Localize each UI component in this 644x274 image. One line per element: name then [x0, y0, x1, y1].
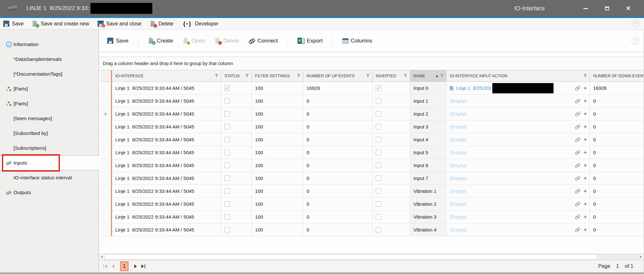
sidebar-item--documentationtags-[interactable]: [*DocumentationTags]	[0, 67, 99, 81]
column-header-io-interface[interactable]: IO-INTERFACE	[112, 70, 221, 81]
save-button[interactable]: Save	[107, 38, 128, 44]
filter-icon[interactable]	[440, 74, 444, 78]
inverted-checkbox[interactable]	[376, 227, 381, 232]
inverted-checkbox[interactable]	[376, 175, 381, 181]
filter-icon[interactable]	[583, 74, 587, 78]
link-action-icon[interactable]	[575, 228, 580, 232]
sidebar-item-information[interactable]: Information	[0, 37, 99, 52]
add-action-icon[interactable]	[583, 201, 587, 207]
previous-page-button[interactable]	[112, 264, 114, 268]
link-action-icon[interactable]	[575, 125, 580, 129]
column-header-inverted[interactable]: INVERTED	[373, 70, 410, 81]
add-action-icon[interactable]	[583, 111, 587, 117]
sidebar-item-outputs[interactable]: Outputs	[0, 185, 99, 200]
sidebar-item-io-interface-status-interval[interactable]: IO-interface status interval	[0, 170, 99, 185]
scrollbar-thumb[interactable]	[105, 254, 597, 260]
horizontal-scrollbar[interactable]	[99, 254, 644, 260]
inverted-checkbox[interactable]	[376, 214, 381, 220]
inverted-checkbox[interactable]	[376, 111, 381, 117]
sidebar-item-inputs[interactable]: Inputs	[0, 156, 99, 170]
save-button[interactable]: Save	[3, 21, 24, 27]
column-header-name[interactable]: NAME	[410, 70, 447, 81]
inverted-checkbox[interactable]	[376, 85, 381, 91]
filter-icon[interactable]	[215, 74, 218, 78]
add-action-icon[interactable]	[583, 227, 587, 233]
sidebar-item--seen-messages-[interactable]: [Seen messages]	[0, 111, 99, 126]
link-action-icon[interactable]	[575, 215, 580, 219]
save-and-close-button[interactable]: Save and close	[98, 21, 141, 27]
current-page-button[interactable]: 1	[120, 261, 128, 271]
last-page-button[interactable]	[141, 264, 145, 268]
inverted-checkbox[interactable]	[376, 201, 381, 207]
column-header-status[interactable]: STATUS	[221, 70, 252, 81]
link-action-icon[interactable]	[575, 176, 580, 180]
link-action-icon[interactable]	[575, 151, 580, 155]
inverted-checkbox[interactable]	[376, 188, 381, 194]
status-checkbox[interactable]	[224, 163, 230, 168]
add-action-icon[interactable]	[583, 98, 587, 104]
sidebar-item--subscribed-by-[interactable]: [Subscribed by]	[0, 126, 99, 141]
add-action-icon[interactable]	[583, 214, 587, 220]
maximize-button[interactable]	[601, 4, 612, 13]
link-action-icon[interactable]	[575, 164, 580, 167]
filter-icon[interactable]	[245, 74, 249, 78]
connect-button[interactable]: Connect	[249, 38, 278, 44]
status-checkbox[interactable]	[224, 150, 230, 155]
scroll-right-button[interactable]	[638, 254, 644, 260]
add-action-icon[interactable]	[583, 137, 587, 143]
create-button[interactable]: Create	[148, 38, 173, 44]
link-action-icon[interactable]	[575, 202, 580, 206]
sidebar-item--subscriptions-[interactable]: [Subscriptions]	[0, 141, 99, 156]
filter-icon[interactable]	[366, 74, 370, 78]
next-page-button[interactable]	[134, 264, 137, 268]
status-checkbox[interactable]	[224, 227, 230, 232]
save-and-create-new-button[interactable]: Save and create new	[32, 21, 89, 27]
status-checkbox[interactable]	[224, 201, 230, 207]
inverted-checkbox[interactable]	[376, 150, 381, 155]
status-checkbox[interactable]	[224, 98, 230, 104]
filter-icon[interactable]	[404, 74, 407, 78]
minimize-button[interactable]	[580, 4, 591, 13]
link-action-icon[interactable]	[575, 112, 580, 116]
link-action-icon[interactable]	[575, 189, 580, 193]
sidebar-item--parts-[interactable]: [Parts]	[0, 96, 99, 111]
status-checkbox[interactable]	[224, 175, 230, 181]
status-checkbox[interactable]	[224, 214, 230, 220]
first-page-button[interactable]	[103, 264, 107, 268]
scroll-left-button[interactable]	[99, 254, 105, 260]
group-by-drop-zone[interactable]: Drag a column header and drop it here to…	[99, 57, 644, 70]
help-icon[interactable]	[631, 37, 639, 44]
link-action-icon[interactable]	[575, 138, 580, 142]
columns-button[interactable]: Columns	[342, 38, 372, 44]
add-action-icon[interactable]	[583, 175, 587, 181]
inverted-checkbox[interactable]	[376, 163, 381, 168]
add-action-icon[interactable]	[583, 85, 587, 91]
inverted-checkbox[interactable]	[376, 98, 381, 104]
developer-button[interactable]: Developer	[182, 21, 218, 27]
close-button[interactable]: ✕	[623, 4, 634, 13]
sidebar-item--parts-[interactable]: [Parts]	[0, 81, 99, 96]
column-header-io-interface-input-action[interactable]: IO-INTERFACE INPUT ACTION	[447, 70, 590, 81]
status-checkbox[interactable]	[224, 188, 230, 194]
add-action-icon[interactable]	[583, 124, 587, 130]
add-action-icon[interactable]	[583, 188, 587, 194]
column-header-number-of-up-events[interactable]: NUMBER OF UP EVENTS	[303, 70, 373, 81]
status-checkbox[interactable]	[224, 85, 230, 91]
export-button[interactable]: Export	[298, 38, 323, 44]
status-checkbox[interactable]	[224, 124, 230, 129]
help-icon[interactable]	[632, 20, 639, 27]
inverted-checkbox[interactable]	[376, 137, 381, 142]
sidebar-item--datasampleintervals[interactable]: *DataSampleIntervals	[0, 52, 99, 67]
column-header-number-of-down-events[interactable]: NUMBER OF DOWN EVENTS	[590, 70, 644, 81]
inverted-checkbox[interactable]	[376, 124, 381, 129]
input-action-link[interactable]: Linje 1 8/25/202	[456, 85, 492, 91]
filter-icon[interactable]	[297, 74, 300, 78]
add-action-icon[interactable]	[583, 149, 587, 156]
add-action-icon[interactable]	[583, 162, 587, 168]
delete-button[interactable]: Delete	[150, 21, 173, 27]
column-header-filter-settings[interactable]: FILTER SETTINGS	[252, 70, 303, 81]
link-action-icon[interactable]	[575, 99, 580, 103]
status-checkbox[interactable]	[224, 111, 230, 117]
link-action-icon[interactable]	[575, 86, 580, 90]
status-checkbox[interactable]	[224, 137, 230, 142]
